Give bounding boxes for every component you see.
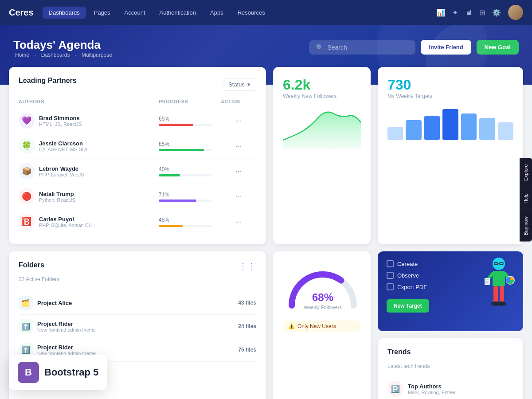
warning-icon: ⚠️: [288, 323, 295, 329]
progress-bar-bg: [159, 174, 212, 176]
nav-item-dashboards[interactable]: Dashboards: [43, 7, 86, 19]
folder-desc: New frontend admin theme: [37, 327, 96, 332]
search-input[interactable]: [327, 44, 408, 51]
target-label: My Weekly Targets: [387, 93, 513, 99]
breadcrumb-home[interactable]: Home: [15, 52, 29, 58]
search-box[interactable]: 🔍: [309, 40, 415, 55]
partner-name: Jessie Clarcson: [39, 140, 89, 147]
side-tab-explore[interactable]: Explore: [520, 157, 532, 187]
breadcrumb: Home - Dashboards - Multipurpose: [13, 52, 114, 58]
nav-item-authentication[interactable]: Authentication: [153, 7, 202, 19]
bootstrap-icon: B: [18, 362, 39, 383]
promo-checkbox[interactable]: [387, 283, 394, 290]
character-illustration: [481, 256, 516, 318]
svg-point-12: [497, 301, 506, 306]
promo-checkbox[interactable]: [387, 260, 394, 267]
trend-icon: 🅿️: [387, 381, 403, 397]
side-tab-buy-now[interactable]: Buy now: [520, 210, 532, 241]
progress-bar-bg: [159, 200, 212, 202]
page-title: Todays' Agenda: [13, 38, 114, 52]
partner-name: Natali Trump: [39, 191, 75, 197]
search-icon: 🔍: [316, 44, 324, 51]
partner-info: 💜 Brad Simmons HTML, JS, ReactJS: [19, 113, 159, 129]
promo-item-label: Cereate: [397, 261, 418, 267]
bootstrap-badge: B Bootstrap 5: [9, 355, 107, 390]
trend-authors: Mark, Rowling, Esther: [408, 390, 456, 395]
bootstrap-text: Bootstrap 5: [44, 367, 98, 378]
promo-checkbox[interactable]: [387, 272, 394, 279]
folder-name: Project Rider: [37, 344, 96, 351]
promo-item: Observe: [387, 272, 458, 279]
breadcrumb-dashboards[interactable]: Dashboards: [41, 52, 70, 58]
nav-item-pages[interactable]: Pages: [88, 7, 117, 19]
bar-item: [461, 113, 477, 140]
nav-item-apps[interactable]: Apps: [204, 7, 230, 19]
bar-chart-icon[interactable]: 📊: [436, 8, 445, 17]
svg-text:68%: 68%: [312, 291, 333, 303]
brand-logo[interactable]: Ceres: [9, 8, 34, 18]
top-grid: Leading Partners Status ▾ AUTHORS PROGRE…: [9, 67, 523, 244]
main-content: Leading Partners Status ▾ AUTHORS PROGRE…: [0, 67, 532, 399]
folder-name: Project Alice: [37, 300, 72, 306]
progress-bar-bg: [159, 149, 212, 151]
progress-container: 71%: [159, 192, 221, 202]
progress-pct: 85%: [159, 141, 221, 147]
list-item: 🗂️ Project Alice 43 files: [19, 291, 256, 315]
promo-item: Export PDF: [387, 283, 458, 290]
table-row: 🍀 Jessie Clarcson C#, ASP.NET, MS SQL 85…: [19, 133, 256, 159]
chevron-down-icon: ▾: [247, 81, 250, 88]
leading-partners-card: Leading Partners Status ▾ AUTHORS PROGRE…: [9, 67, 266, 244]
bootstrap-letter: B: [25, 367, 32, 378]
promo-item-label: Export PDF: [397, 284, 427, 290]
monitor-icon[interactable]: 🖥: [465, 8, 472, 16]
folder-icon: ⬆️: [19, 319, 33, 333]
breadcrumb-multipurpose[interactable]: Multipurpose: [82, 52, 112, 58]
promo-item: Cereate: [387, 260, 458, 267]
weekly-target-card: 730 My Weekly Targets: [378, 67, 523, 244]
svg-text:Weekly Followers: Weekly Followers: [304, 305, 342, 310]
partner-info: 🅱️ Carles Puyol PHP, SQLite, Artisan CLI: [19, 214, 159, 230]
trend-name: Top Authors: [408, 383, 456, 390]
folders-header: Folders 32 Active Folders ⋮⋮: [19, 261, 256, 289]
invite-friend-button[interactable]: Invite Friend: [421, 40, 471, 55]
partner-info: 🔴 Natali Trump Python, ReactJS: [19, 188, 159, 204]
grid-icon[interactable]: ⊞: [479, 8, 485, 17]
sparkle-icon[interactable]: ✦: [452, 8, 458, 17]
svg-rect-10: [500, 286, 504, 304]
list-item: ⬆️ Project Rider New frontend admin them…: [19, 315, 256, 338]
header-actions: 🔍 Invite Friend New Goal: [114, 40, 519, 55]
action-menu-button[interactable]: ···: [221, 167, 256, 176]
folder-files: 24 files: [238, 323, 256, 329]
action-menu-button[interactable]: ···: [221, 116, 256, 125]
user-avatar[interactable]: [508, 5, 523, 20]
folder-dots-icon[interactable]: ⋮⋮: [239, 261, 256, 272]
side-tabs: Explore Help Buy now: [520, 157, 532, 241]
action-menu-button[interactable]: ···: [221, 141, 256, 151]
side-tab-help[interactable]: Help: [520, 187, 532, 210]
leading-partners-header: Leading Partners Status ▾: [19, 77, 256, 92]
avatar: 🅱️: [19, 214, 35, 230]
progress-pct: 71%: [159, 192, 221, 198]
new-goal-button[interactable]: New Goal: [477, 40, 519, 55]
settings-icon[interactable]: ⚙️: [492, 8, 501, 17]
progress-bar: [159, 225, 183, 227]
nav-item-resources[interactable]: Resources: [231, 7, 271, 19]
action-menu-button[interactable]: ···: [221, 217, 256, 227]
col-action: ACTION: [221, 99, 256, 104]
bar-item: [479, 118, 495, 140]
status-dropdown[interactable]: Status ▾: [223, 78, 256, 91]
table-row: 🔴 Natali Trump Python, ReactJS 71% ···: [19, 184, 256, 209]
folder-files: 75 files: [238, 347, 256, 353]
header-title-section: Todays' Agenda Home - Dashboards - Multi…: [13, 38, 114, 58]
followers-label: Weekly New Followers: [283, 93, 361, 99]
trends-subtitle: Latest tech trends: [387, 363, 513, 369]
col-progress: PROGRESS: [159, 99, 221, 104]
target-value: 730: [387, 77, 513, 93]
promo-item-label: Observe: [397, 272, 419, 279]
bar-item: [406, 120, 421, 140]
nav-item-account[interactable]: Account: [118, 7, 152, 19]
action-menu-button[interactable]: ···: [221, 192, 256, 201]
new-target-button[interactable]: New Target: [387, 299, 429, 313]
partner-name: Carles Puyol: [39, 216, 93, 223]
progress-container: 45%: [159, 217, 221, 227]
